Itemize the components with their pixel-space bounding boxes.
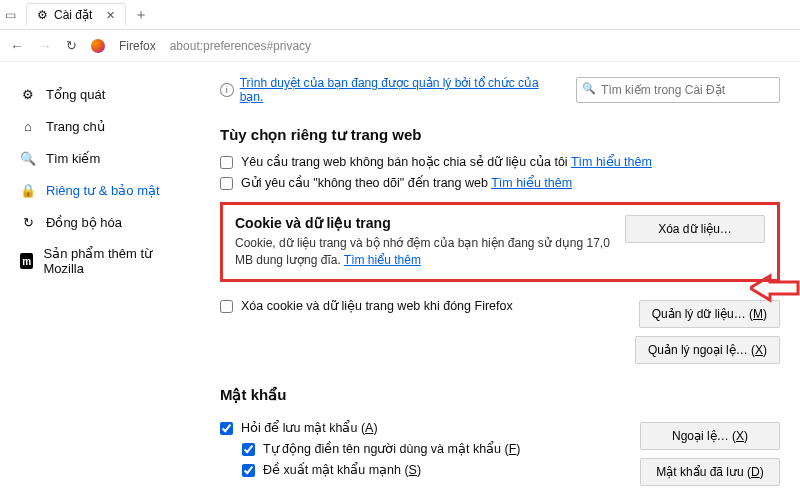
checkbox[interactable]	[220, 177, 233, 190]
info-icon: i	[220, 83, 234, 97]
sidebar-item-mozilla[interactable]: m Sản phẩm thêm từ Mozilla	[12, 238, 180, 284]
manage-exceptions-button[interactable]: Quản lý ngoại lệ… (X)	[635, 336, 780, 364]
checkbox[interactable]	[220, 422, 233, 435]
url-path[interactable]: about:preferences#privacy	[170, 39, 311, 53]
managed-notice: i Trình duyệt của bạn đang được quản lý …	[220, 76, 556, 104]
toolbar: ← → ↻ Firefox about:preferences#privacy	[0, 30, 800, 62]
cookie-section-highlight: Cookie và dữ liệu trang Cookie, dữ liệu …	[220, 202, 780, 282]
sidebar-item-label: Sản phẩm thêm từ Mozilla	[43, 246, 172, 276]
managed-notice-link[interactable]: Trình duyệt của bạn đang được quản lý bở…	[240, 76, 556, 104]
checkbox[interactable]	[220, 156, 233, 169]
sidebar-item-label: Tổng quát	[46, 87, 105, 102]
firefox-logo-icon	[91, 39, 105, 53]
sync-icon: ↻	[20, 214, 36, 230]
main-pane: i Trình duyệt của bạn đang được quản lý …	[180, 62, 800, 500]
close-icon[interactable]: ✕	[106, 9, 115, 22]
gear-icon: ⚙	[20, 86, 36, 102]
url-product: Firefox	[119, 39, 156, 53]
sidebar-item-search[interactable]: 🔍 Tìm kiếm	[12, 142, 180, 174]
opt-suggest-strong[interactable]: Đề xuất mật khẩu mạnh (S)	[242, 462, 626, 477]
password-exceptions-button[interactable]: Ngoại lệ… (X)	[640, 422, 780, 450]
back-button[interactable]: ←	[10, 38, 24, 54]
checkbox[interactable]	[242, 443, 255, 456]
checkbox[interactable]	[220, 300, 233, 313]
sidebar-item-privacy[interactable]: 🔒 Riêng tư & bảo mật	[12, 174, 180, 206]
opt-label: Đề xuất mật khẩu mạnh (S)	[263, 462, 421, 477]
home-icon: ⌂	[20, 118, 36, 134]
forward-button[interactable]: →	[38, 38, 52, 54]
settings-search: 🔍	[576, 77, 780, 103]
svg-marker-0	[750, 276, 798, 300]
learn-more-link[interactable]: Tìm hiểu thêm	[571, 155, 652, 169]
browser-tab[interactable]: ⚙ Cài đặt ✕	[26, 3, 126, 26]
checkbox[interactable]	[242, 464, 255, 477]
sidebar-item-label: Trang chủ	[46, 119, 105, 134]
section-title-cookies: Cookie và dữ liệu trang	[235, 215, 611, 231]
sidebar-item-general[interactable]: ⚙ Tổng quát	[12, 78, 180, 110]
sidebar-item-label: Đồng bộ hóa	[46, 215, 122, 230]
sidebar: ⚙ Tổng quát ⌂ Trang chủ 🔍 Tìm kiếm 🔒 Riê…	[0, 62, 180, 500]
learn-more-link[interactable]: Tìm hiểu thêm	[344, 253, 421, 267]
opt-label: Tự động điền tên người dùng và mật khẩu …	[263, 441, 521, 456]
sidebar-item-label: Riêng tư & bảo mật	[46, 183, 160, 198]
new-tab-button[interactable]: ＋	[134, 6, 148, 24]
opt-autofill[interactable]: Tự động điền tên người dùng và mật khẩu …	[242, 441, 626, 456]
annotation-arrow-icon	[750, 272, 800, 304]
gear-icon: ⚙	[37, 8, 48, 22]
sidebar-item-sync[interactable]: ↻ Đồng bộ hóa	[12, 206, 180, 238]
clear-data-button[interactable]: Xóa dữ liệu…	[625, 215, 765, 243]
sidebar-item-home[interactable]: ⌂ Trang chủ	[12, 110, 180, 142]
learn-more-link[interactable]: Tìm hiểu thêm	[491, 176, 572, 190]
sidebar-item-label: Tìm kiếm	[46, 151, 100, 166]
opt-label: Xóa cookie và dữ liệu trang web khi đóng…	[241, 298, 513, 313]
mozilla-badge-icon: m	[20, 253, 33, 269]
search-icon: 🔍	[582, 82, 596, 95]
opt-do-not-track[interactable]: Gửi yêu cầu "không theo dõi" đến trang w…	[220, 175, 780, 190]
titlebar: ▭ ⚙ Cài đặt ✕ ＋	[0, 0, 800, 30]
section-title-passwords: Mật khẩu	[220, 386, 780, 404]
saved-passwords-button[interactable]: Mật khẩu đã lưu (D)	[640, 458, 780, 486]
lock-icon: 🔒	[20, 182, 36, 198]
opt-clear-on-close[interactable]: Xóa cookie và dữ liệu trang web khi đóng…	[220, 298, 621, 313]
window-menu-icon[interactable]: ▭	[0, 8, 20, 22]
settings-search-input[interactable]	[576, 77, 780, 103]
opt-ask-save-passwords[interactable]: Hỏi để lưu mật khẩu (A)	[220, 420, 626, 435]
opt-label: Hỏi để lưu mật khẩu (A)	[241, 420, 378, 435]
section-title-web-privacy: Tùy chọn riêng tư trang web	[220, 126, 780, 144]
opt-label: Gửi yêu cầu "không theo dõi" đến trang w…	[241, 176, 488, 190]
search-icon: 🔍	[20, 150, 36, 166]
opt-label: Yêu cầu trang web không bán hoặc chia sẻ…	[241, 155, 568, 169]
opt-do-not-sell[interactable]: Yêu cầu trang web không bán hoặc chia sẻ…	[220, 154, 780, 169]
tab-title: Cài đặt	[54, 8, 92, 22]
reload-button[interactable]: ↻	[66, 38, 77, 53]
cookie-usage-desc: Cookie, dữ liệu trang và bộ nhớ đệm của …	[235, 235, 611, 269]
